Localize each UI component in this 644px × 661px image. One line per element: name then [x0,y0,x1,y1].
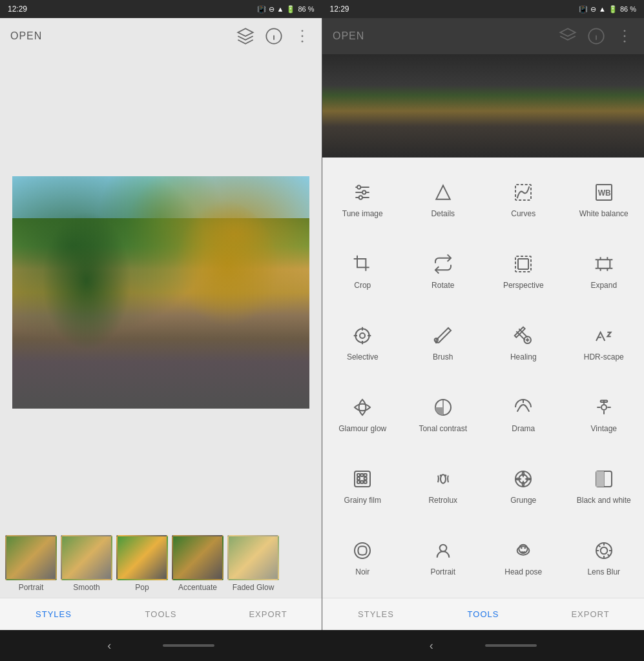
hdr-icon [592,324,616,347]
grainy-icon [351,467,374,491]
style-accentuate[interactable]: Accentuate [172,535,223,592]
svg-point-55 [439,544,446,551]
tool-label-rotate: Rotate [431,281,454,291]
right-more-icon[interactable] [616,27,634,45]
tool-label-brush: Brush [433,352,453,363]
layers-icon[interactable] [236,27,254,45]
tool-tonal[interactable]: Tonal contrast [403,378,484,449]
style-pop[interactable]: Pop [116,535,168,592]
right-nav-tools[interactable]: TOOLS [430,598,537,630]
glamour-icon [351,396,374,419]
tool-label-grainy: Grainy film [344,496,381,506]
tool-label-retrolux: Retrolux [428,496,457,506]
info-icon[interactable] [265,27,283,45]
tool-details[interactable]: Details [403,163,484,234]
right-app-title: OPEN [333,30,559,42]
status-left: 12:29 📳 ⊖ ▲ 🔋 86 % [0,0,322,18]
tool-label-tune: Tune image [342,209,383,219]
perspective-icon [512,252,535,276]
svg-point-57 [521,547,523,549]
tool-glamour[interactable]: Glamour glow [322,378,403,449]
rotate-icon [431,252,455,276]
home-gesture-left[interactable] [163,644,214,647]
style-label-portrait: Portrait [19,583,44,592]
svg-point-49 [444,474,446,476]
tool-label-details: Details [431,209,455,219]
tool-vintage[interactable]: Vintage [564,378,645,449]
tool-label-crop: Crop [354,281,371,291]
headpose-icon [512,539,535,562]
tool-retrolux[interactable]: Retrolux [403,449,484,521]
tool-headpose[interactable]: Head pose [483,521,564,593]
left-nav-tools[interactable]: TOOLS [107,598,214,630]
style-thumb-faded-glow [227,535,279,580]
tool-label-portrait: Portrait [430,567,455,578]
tool-lensblur[interactable]: Lens Blur [564,521,645,593]
more-icon[interactable] [293,27,311,45]
tool-brush[interactable]: Brush [403,306,484,378]
left-nav-styles[interactable]: STYLES [0,598,107,630]
home-gesture-right[interactable] [485,644,537,647]
tool-curves[interactable]: Curves [483,163,564,234]
style-smooth[interactable]: Smooth [61,535,112,592]
left-panel: OPEN [0,18,322,630]
svg-point-16 [362,190,366,194]
tool-label-drama: Drama [512,424,535,434]
style-portrait[interactable]: Portrait [5,535,57,592]
style-faded-glow[interactable]: Faded Glow [227,535,279,592]
svg-point-10 [624,36,626,37]
svg-point-11 [624,41,626,43]
back-button-right[interactable]: ‹ [430,639,433,653]
retrolux-icon [431,467,455,491]
tool-selective[interactable]: Selective [322,306,403,378]
svg-rect-40 [361,474,364,476]
svg-point-15 [357,185,360,188]
expand-icon [592,252,616,276]
tool-noir[interactable]: Noir [322,521,403,593]
tool-tune-image[interactable]: Tune image [322,163,403,234]
bw-icon [592,467,616,491]
tool-healing[interactable]: Healing [483,306,564,378]
tool-label-bw: Black and white [577,496,631,506]
tool-rotate[interactable]: Rotate [403,234,484,306]
tool-drama[interactable]: Drama [483,378,564,449]
style-thumb-smooth [61,535,112,580]
main-content: OPEN [0,18,644,630]
styles-strip: Portrait Smooth Pop Accentuate Faded Glo… [0,530,322,598]
svg-rect-23 [597,259,610,268]
selective-icon [351,324,374,347]
tool-bw[interactable]: Black and white [564,449,645,521]
tool-crop[interactable]: Crop [322,234,403,306]
style-label-pop: Pop [135,583,149,592]
svg-rect-44 [357,480,360,483]
svg-point-3 [302,30,304,32]
tool-wb[interactable]: WB White balance [564,163,645,234]
back-button-left[interactable]: ‹ [107,639,111,653]
right-nav-export[interactable]: EXPORT [537,598,644,630]
tune-icon [351,181,374,204]
crop-icon [351,252,374,276]
tool-expand[interactable]: Expand [564,234,645,306]
right-nav-styles[interactable]: STYLES [322,598,430,630]
left-image-area [0,54,322,530]
curves-icon [512,181,535,204]
svg-point-24 [356,329,369,342]
svg-rect-45 [361,480,364,483]
svg-rect-42 [357,477,360,480]
right-bottom-nav: STYLES TOOLS EXPORT [322,598,644,630]
svg-point-17 [359,196,362,199]
right-info-icon[interactable] [587,27,605,45]
wb-icon: WB [592,181,616,204]
tool-perspective[interactable]: Perspective [483,234,564,306]
tool-hdr[interactable]: HDR-scape [564,306,645,378]
right-layers-icon[interactable] [559,27,577,45]
style-label-accentuate: Accentuate [178,583,217,592]
left-nav-export[interactable]: EXPORT [214,598,322,630]
drama-icon [512,396,535,419]
tool-grunge[interactable]: Grunge [483,449,564,521]
tool-label-noir: Noir [355,567,369,578]
status-icons-right: 📳 ⊖ ▲ 🔋 86 % [579,5,636,14]
svg-point-48 [439,474,441,476]
tool-grainy[interactable]: Grainy film [322,449,403,521]
tool-portrait[interactable]: Portrait [403,521,484,593]
